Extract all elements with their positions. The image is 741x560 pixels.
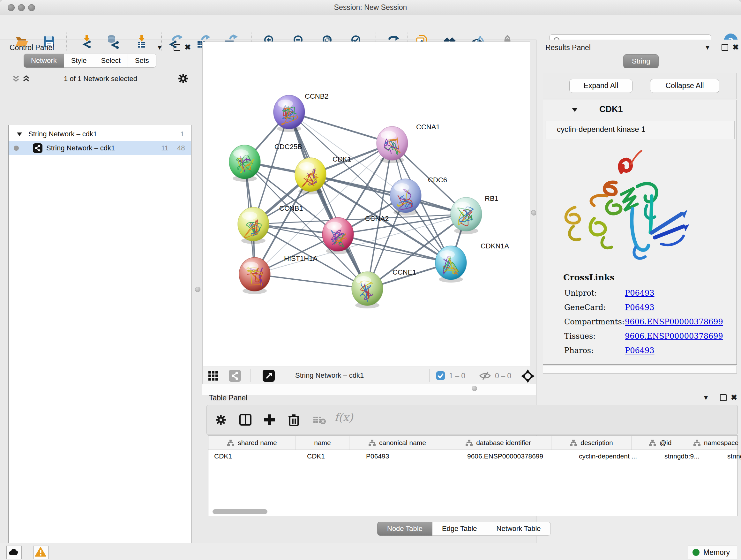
cdk1-section-header[interactable]: CDK1	[543, 100, 737, 119]
column-header-database-identifier[interactable]: database identifier	[445, 436, 551, 449]
network-node-CCNA1[interactable]	[377, 126, 408, 163]
horizontal-scrollbar-thumb[interactable]	[212, 509, 267, 514]
maximize-panel-icon[interactable]	[720, 394, 727, 401]
network-share-icon	[33, 143, 43, 153]
network-options-gear-icon[interactable]	[178, 73, 189, 84]
splitter-grip[interactable]	[472, 386, 477, 391]
cell-canonical-name: P06493	[360, 449, 461, 463]
cdk1-section: CDK1 cyclin-dependent kinase 1	[543, 100, 737, 365]
column-label: description	[581, 439, 613, 447]
expand-all-button[interactable]: Expand All	[569, 79, 632, 93]
node-label-CCNA2: CCNA2	[365, 214, 389, 223]
hierarchy-icon	[227, 439, 234, 446]
tab-sets[interactable]: Sets	[128, 54, 156, 68]
maximize-panel-icon[interactable]	[174, 44, 180, 51]
cell-namespace: stringdb	[722, 449, 741, 463]
crosslink-link[interactable]: P06493	[625, 303, 655, 312]
tab-select[interactable]: Select	[94, 54, 128, 68]
network-view-canvas[interactable]: CCNB2CCNA1CDC25BCDK1CDC6RB1CCNB1CCNA2CDK…	[202, 42, 530, 367]
network-node-CCNE1[interactable]	[352, 272, 383, 308]
collapse-all-networks-icon[interactable]	[11, 73, 21, 84]
add-column-icon[interactable]	[263, 413, 276, 427]
warnings-button[interactable]	[33, 546, 49, 559]
results-scroll-track[interactable]	[543, 366, 737, 374]
network-node-CCNB1[interactable]	[238, 207, 269, 244]
network-row-selected[interactable]: String Network – cdk1 11 48	[9, 141, 191, 155]
column-header-id[interactable]: @id	[631, 436, 689, 449]
splitter-grip[interactable]	[195, 287, 200, 292]
close-panel-icon[interactable]: ✖	[731, 394, 737, 401]
delete-column-trash-icon[interactable]	[287, 413, 300, 427]
float-panel-icon[interactable]: ▾	[158, 44, 161, 51]
memory-button[interactable]: Memory	[688, 546, 737, 559]
section-title: CDK1	[599, 105, 623, 114]
crosslink-label: GeneCard:	[564, 303, 606, 312]
crosslink-link[interactable]: P06493	[625, 289, 655, 298]
cell-description: cyclin-dependent ...	[573, 449, 659, 463]
tab-network[interactable]: Network	[23, 54, 64, 68]
node-label-CDKN1A: CDKN1A	[481, 242, 509, 250]
delete-table-icon-disabled	[313, 415, 326, 425]
cloud-button[interactable]	[6, 546, 22, 559]
column-header-name[interactable]: name	[296, 436, 349, 449]
cell-database-identifier: 9606.ENSP00000378699	[461, 449, 573, 463]
expand-all-networks-icon[interactable]	[21, 73, 31, 84]
collection-expander-icon[interactable]	[16, 132, 23, 137]
toolbar-separator	[251, 369, 251, 382]
node-label-CCNB2: CCNB2	[305, 92, 329, 100]
network-node-CCNA2[interactable]	[322, 217, 354, 254]
network-graph[interactable]: CCNB2CCNA1CDC25BCDK1CDC6RB1CCNB1CCNA2CDK…	[203, 42, 530, 367]
show-columns-icon[interactable]	[239, 413, 252, 427]
crosslink-link[interactable]: 9606.ENSP00000378699	[625, 332, 723, 341]
network-node-RB1[interactable]	[451, 197, 482, 234]
hidden-eye-icon[interactable]	[479, 371, 491, 380]
tab-network-table[interactable]: Network Table	[487, 522, 551, 536]
crosslink-link[interactable]: P06493	[625, 346, 655, 355]
status-bar: Memory	[0, 543, 741, 560]
close-panel-icon[interactable]: ✖	[732, 44, 739, 51]
birds-eye-navigator-icon[interactable]	[521, 369, 535, 383]
network-node-CDKN1A[interactable]	[435, 246, 467, 283]
table-header-row: shared name name canonical name database…	[208, 436, 738, 450]
toolbar-separator	[474, 369, 474, 382]
network-node-CCNB2[interactable]	[273, 95, 305, 132]
close-panel-icon[interactable]: ✖	[185, 44, 191, 51]
network-edge-CCNB2-CCNA1[interactable]	[289, 112, 392, 143]
control-panel-title: Control Panel	[10, 44, 54, 52]
hierarchy-icon	[649, 439, 657, 446]
tab-style[interactable]: Style	[64, 54, 94, 68]
table-toolbar: f(x)	[206, 405, 738, 435]
column-header-canonical-name[interactable]: canonical name	[349, 436, 445, 449]
float-panel-icon[interactable]: ▾	[705, 44, 710, 51]
detach-view-icon[interactable]	[263, 370, 275, 382]
splitter-grip[interactable]	[531, 210, 536, 215]
network-collection-row[interactable]: String Network – cdk1 1	[9, 127, 191, 141]
section-collapse-icon[interactable]	[571, 107, 578, 112]
grid-view-icon[interactable]	[208, 370, 219, 381]
tab-node-table[interactable]: Node Table	[377, 522, 432, 536]
network-node-count: 11	[161, 144, 169, 152]
node-label-CCNA1: CCNA1	[416, 123, 440, 131]
crosslink-label: Uniprot:	[564, 289, 597, 298]
tab-edge-table[interactable]: Edge Table	[432, 522, 487, 536]
column-label: canonical name	[379, 439, 426, 447]
network-thumbnail-icon[interactable]	[229, 370, 241, 382]
column-header-namespace[interactable]: namespace	[689, 436, 741, 449]
network-node-CDC25B[interactable]	[229, 145, 260, 182]
crosslink-link[interactable]: 9606.ENSP00000378699	[625, 317, 723, 326]
table-row[interactable]: CDK1 CDK1 P06493 9606.ENSP00000378699 cy…	[208, 449, 738, 463]
float-panel-icon[interactable]: ▾	[704, 394, 708, 401]
selected-checkbox-icon[interactable]	[436, 371, 445, 380]
maximize-panel-icon[interactable]	[722, 44, 728, 51]
network-node-HIST1H1A[interactable]	[239, 257, 270, 294]
network-edge-HIST1H1A-CCNE1[interactable]	[255, 274, 367, 289]
column-header-shared-name[interactable]: shared name	[208, 436, 296, 449]
column-header-description[interactable]: description	[551, 436, 631, 449]
table-options-gear-icon[interactable]	[215, 414, 227, 426]
network-node-CDK1[interactable]	[295, 158, 326, 194]
selected-node-edge-counts: 1 – 0	[449, 372, 465, 380]
collapse-all-button[interactable]: Collapse All	[650, 79, 719, 93]
tab-string[interactable]: String	[623, 54, 659, 68]
node-label-CDK1: CDK1	[333, 155, 351, 163]
gene-description: cyclin-dependent kinase 1	[557, 125, 646, 134]
